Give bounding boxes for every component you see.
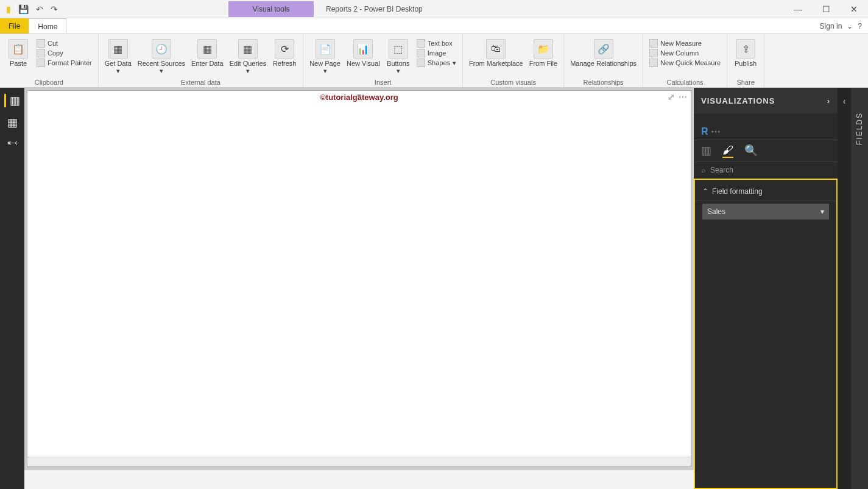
edit-queries-button[interactable]: ▦Edit Queries▾	[230, 37, 267, 75]
more-icon[interactable]: ⋯	[679, 92, 687, 102]
copy-button[interactable]: Copy	[37, 49, 92, 57]
get-data-button[interactable]: ▦Get Data▾	[105, 37, 132, 75]
recent-sources-button[interactable]: 🕘Recent Sources▾	[138, 37, 185, 75]
r-visual-icon[interactable]: R ⋯	[694, 123, 838, 140]
undo-icon[interactable]: ↶	[34, 3, 46, 15]
new-quick-measure-button[interactable]: New Quick Measure	[649, 59, 721, 67]
tab-file[interactable]: File	[0, 18, 29, 34]
from-file-button[interactable]: 📁From File	[529, 37, 557, 67]
chevron-down-icon[interactable]: ⌄	[847, 22, 853, 30]
sign-in-link[interactable]: Sign in	[820, 22, 842, 30]
help-icon[interactable]: ?	[858, 22, 862, 30]
minimize-button[interactable]: —	[784, 4, 812, 14]
new-measure-button[interactable]: New Measure	[649, 39, 721, 48]
enter-data-button[interactable]: ▦Enter Data	[191, 37, 224, 67]
buttons-button[interactable]: ⬚Buttons▾	[386, 37, 411, 75]
quick-access-toolbar: ▮ 💾 ↶ ↷	[0, 3, 64, 15]
maximize-button[interactable]: ☐	[812, 4, 840, 14]
ribbon-tabs: File Home Sign in ⌄ ?	[0, 18, 868, 34]
section-title[interactable]: Field formatting	[712, 187, 763, 196]
visual-grip-icon[interactable]: ≡	[357, 91, 362, 100]
close-button[interactable]: ✕	[840, 4, 868, 14]
format-options: ⌃Field formatting Sales▾	[694, 179, 838, 489]
model-view-icon[interactable]: ⬻	[7, 138, 18, 151]
fields-collapse-button[interactable]: ‹	[838, 88, 851, 489]
new-column-button[interactable]: New Column	[649, 49, 721, 57]
window-title: Reports 2 - Power BI Desktop	[326, 5, 423, 13]
format-tab-icon[interactable]: 🖌	[722, 144, 733, 158]
visualizations-pane: VISUALIZATIONS› R ⋯ ▥ 🖌 🔍 ⌕Search ⌃Field…	[694, 88, 868, 489]
field-select[interactable]: Sales▾	[702, 204, 829, 220]
image-button[interactable]: Image	[417, 49, 456, 57]
new-visual-button[interactable]: 📊New Visual	[347, 37, 380, 67]
group-label-clipboard: Clipboard	[6, 77, 92, 86]
fields-pane-collapsed[interactable]: FIELDS	[851, 88, 868, 489]
ribbon: 📋Paste Cut Copy Format Painter Clipboard…	[0, 34, 868, 88]
title-bar: ▮ 💾 ↶ ↷ Visual tools Reports 2 - Power B…	[0, 0, 868, 18]
tab-home[interactable]: Home	[29, 18, 66, 34]
focus-icon[interactable]: ⤢	[668, 92, 675, 102]
from-marketplace-button[interactable]: 🛍From Marketplace	[469, 37, 523, 67]
textbox-button[interactable]: Text box	[417, 39, 456, 48]
format-painter-button[interactable]: Format Painter	[37, 59, 92, 67]
search-icon: ⌕	[701, 166, 705, 174]
group-label-share: Share	[733, 77, 758, 86]
manage-relationships-button[interactable]: 🔗Manage Relationships	[570, 37, 637, 67]
group-label-external: External data	[105, 77, 297, 86]
paste-button[interactable]: 📋Paste	[6, 37, 30, 67]
save-icon[interactable]: 💾	[16, 3, 31, 15]
data-view-icon[interactable]: ▦	[7, 116, 18, 129]
visual-type-picker[interactable]	[694, 113, 838, 123]
group-label-calculations: Calculations	[649, 77, 721, 86]
cut-button[interactable]: Cut	[37, 39, 92, 48]
page-tabs	[24, 469, 694, 489]
matrix-visual[interactable]	[27, 103, 691, 457]
publish-button[interactable]: ⇪Publish	[733, 37, 758, 67]
redo-icon[interactable]: ↷	[48, 3, 60, 15]
group-label-insert: Insert	[309, 77, 456, 86]
view-rail: ▥ ▦ ⬻	[0, 88, 24, 489]
app-icon: ▮	[4, 3, 13, 15]
window-controls: — ☐ ✕	[784, 4, 868, 14]
expand-icon[interactable]: ⌃	[702, 187, 708, 196]
group-label-relationships: Relationships	[570, 77, 637, 86]
new-page-button[interactable]: 📄New Page▾	[309, 37, 340, 75]
group-label-custom: Custom visuals	[469, 77, 557, 86]
fields-tab-icon[interactable]: ▥	[701, 144, 711, 158]
chevron-right-icon[interactable]: ›	[827, 96, 830, 105]
refresh-button[interactable]: ⟳Refresh	[272, 37, 297, 67]
report-view-icon[interactable]: ▥	[4, 94, 20, 107]
analytics-tab-icon[interactable]: 🔍	[744, 144, 758, 158]
shapes-button[interactable]: Shapes ▾	[417, 59, 456, 67]
visual-tools-context-tab: Visual tools	[228, 1, 314, 17]
report-canvas-area: ≡ ©tutorialgateway.org ⤢⋯	[24, 88, 694, 489]
visualizations-title: VISUALIZATIONS	[701, 96, 775, 105]
search-input[interactable]: Search	[710, 166, 733, 174]
horizontal-scrollbar[interactable]	[27, 457, 691, 466]
